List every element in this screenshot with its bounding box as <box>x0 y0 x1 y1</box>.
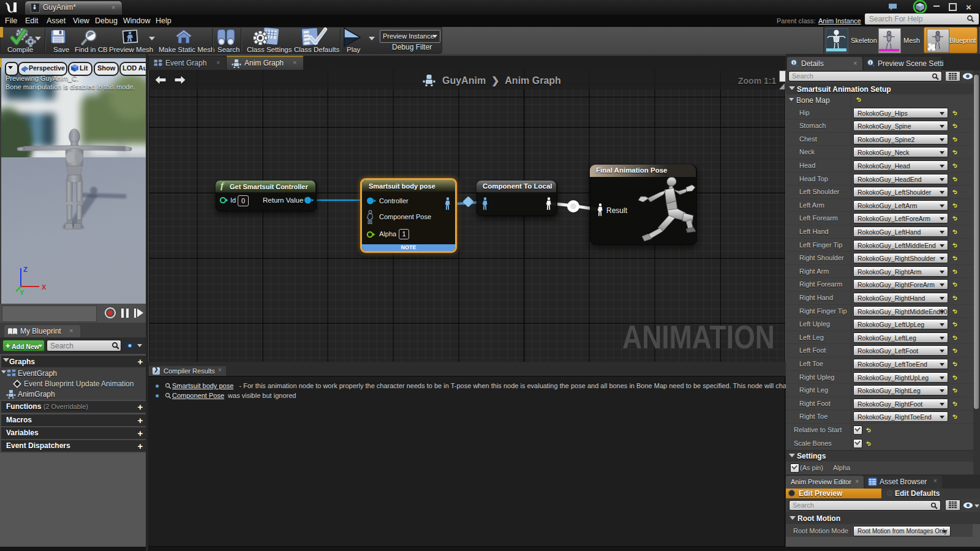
svg-text:Z: Z <box>23 266 28 273</box>
svg-text:Y: Y <box>20 289 24 296</box>
svg-text:X: X <box>42 283 47 291</box>
svg-text:i: i <box>793 61 794 65</box>
svg-text:i: i <box>870 61 871 65</box>
